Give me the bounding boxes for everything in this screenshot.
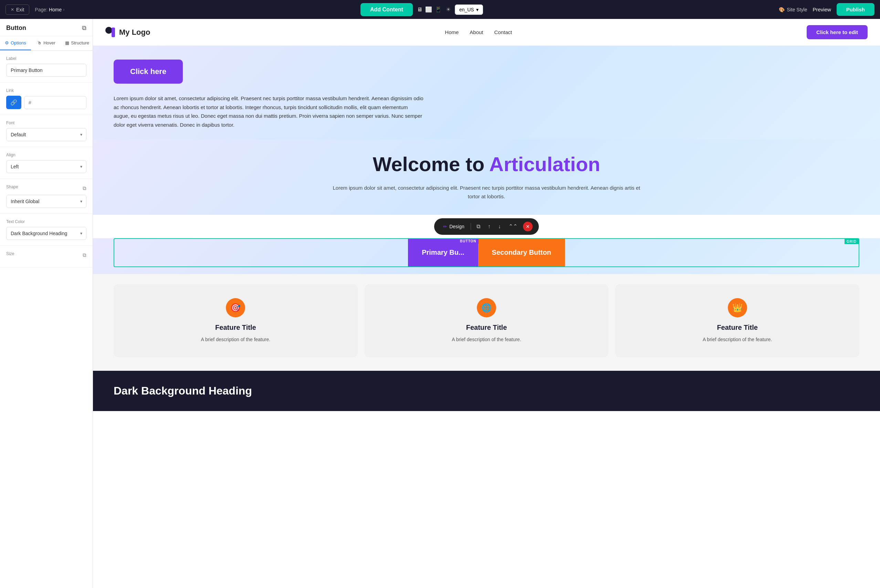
sidebar-title: Button: [6, 24, 26, 32]
link-row: 🔗: [6, 96, 86, 109]
font-section-title: Font: [6, 120, 86, 125]
logo-icon: [105, 27, 116, 38]
top-bar-right: 🎨 Site Style Preview Publish: [779, 3, 874, 16]
feature-desc-1: A brief description of the feature.: [124, 336, 347, 343]
sidebar: Button ⧉ ⚙ Options 🖱 Hover ▦ Structure L…: [0, 19, 93, 588]
primary-button-col[interactable]: Primary Bu... BUTTON: [408, 239, 478, 267]
size-section-header: Size ⧉: [6, 251, 86, 259]
sidebar-header: Button ⧉: [0, 19, 93, 36]
secondary-button-col[interactable]: Secondary Button: [478, 239, 565, 267]
copy-button[interactable]: ⧉: [474, 222, 482, 231]
logo-circle: [105, 27, 112, 34]
language-selector[interactable]: en_US ▾: [455, 4, 483, 15]
preview-button[interactable]: Preview: [813, 6, 831, 12]
welcome-heading-part2: Articulation: [489, 153, 600, 175]
add-content-button[interactable]: Add Content: [360, 3, 413, 16]
link-section-title: Link: [6, 88, 86, 93]
align-section-title: Align: [6, 153, 86, 158]
size-section: Size ⧉: [0, 246, 93, 267]
publish-button[interactable]: Publish: [837, 3, 874, 16]
align-select-wrapper: Left Center Right ▾: [6, 160, 86, 173]
hover-icon: 🖱: [37, 40, 42, 45]
font-section: Font Default System Custom ▾: [0, 115, 93, 147]
feature-card-1: 🎯 Feature Title A brief description of t…: [114, 284, 358, 357]
move-down-button[interactable]: ↓: [496, 222, 503, 231]
floating-toolbar-container: ✏ Design ⧉ ↑ ↓ ⌃⌃ ✕: [93, 218, 880, 235]
site-nav-links: Home About Contact: [445, 29, 512, 35]
site-nav: My Logo Home About Contact Click here to…: [93, 19, 880, 46]
floating-toolbar: ✏ Design ⧉ ↑ ↓ ⌃⌃ ✕: [434, 218, 539, 235]
grid-badge: GRID: [844, 239, 859, 244]
top-bar-center: Add Content 🖥 ⬜ 📱 ☀ en_US ▾: [69, 3, 775, 16]
exit-button[interactable]: ✕ Exit: [6, 4, 29, 15]
feature-title-3: Feature Title: [625, 324, 849, 332]
secondary-button-text: Secondary Button: [492, 249, 551, 256]
align-select[interactable]: Left Center Right: [6, 160, 86, 173]
feature-title-2: Feature Title: [375, 324, 598, 332]
text-color-select[interactable]: Dark Background Heading Light Dark Custo…: [6, 227, 86, 240]
buttons-row-container: Primary Bu... BUTTON Secondary Button GR…: [93, 238, 880, 274]
feature-card-3: 👑 Feature Title A brief description of t…: [615, 284, 859, 357]
page-name: Home: [49, 7, 61, 12]
welcome-section: Welcome to Articulation Lorem ipsum dolo…: [93, 140, 880, 215]
design-button[interactable]: ✏ Design: [440, 222, 467, 231]
delete-button[interactable]: ✕: [523, 222, 533, 231]
hero-section: Click here Lorem ipsum dolor sit amet, c…: [93, 46, 880, 140]
text-color-section: Text Color Dark Background Heading Light…: [0, 214, 93, 246]
size-copy-button[interactable]: ⧉: [82, 252, 86, 258]
button-left-spacer: [114, 239, 408, 267]
hero-cta-button[interactable]: Click here: [114, 60, 183, 84]
lang-value: en_US: [459, 7, 474, 12]
exit-label: Exit: [16, 7, 24, 12]
tab-structure-label: Structure: [71, 40, 89, 45]
buttons-row: Primary Bu... BUTTON Secondary Button GR…: [114, 238, 859, 267]
collapse-button[interactable]: ⌃⌃: [507, 222, 520, 231]
pencil-icon: ✏: [443, 224, 447, 229]
x-icon: ✕: [10, 7, 14, 12]
device-icons: 🖥 ⬜ 📱: [417, 6, 442, 13]
site-style-label: Site Style: [787, 7, 807, 12]
shape-copy-button[interactable]: ⧉: [82, 185, 86, 191]
nav-link-contact[interactable]: Contact: [495, 29, 512, 35]
tab-options[interactable]: ⚙ Options: [0, 36, 31, 50]
feature-desc-3: A brief description of the feature.: [625, 336, 849, 343]
top-bar-left: ✕ Exit Page: Home ›: [6, 4, 64, 15]
feature-desc-2: A brief description of the feature.: [375, 336, 598, 343]
logo-rect: [112, 27, 115, 37]
logo-text: My Logo: [119, 28, 150, 37]
tab-options-label: Options: [10, 40, 26, 45]
sidebar-expand-button[interactable]: ⧉: [82, 24, 86, 32]
welcome-heading-part1: Welcome to: [373, 153, 489, 175]
site-edit-button[interactable]: Click here to edit: [807, 25, 868, 39]
tab-structure[interactable]: ▦ Structure: [61, 36, 93, 50]
label-input[interactable]: [6, 64, 86, 77]
tablet-icon[interactable]: ⬜: [425, 6, 432, 13]
nav-link-about[interactable]: About: [469, 29, 483, 35]
link-input[interactable]: [24, 96, 86, 109]
shape-select[interactable]: Inherit Global Rounded Square Pill: [6, 195, 86, 208]
text-color-section-title: Text Color: [6, 219, 86, 224]
size-section-title: Size: [6, 251, 14, 256]
link-icon-button[interactable]: 🔗: [6, 96, 21, 109]
main-layout: Button ⧉ ⚙ Options 🖱 Hover ▦ Structure L…: [0, 19, 880, 588]
top-bar: ✕ Exit Page: Home › Add Content 🖥 ⬜ 📱 ☀ …: [0, 0, 880, 19]
design-label: Design: [449, 224, 465, 229]
features-section: 🎯 Feature Title A brief description of t…: [93, 274, 880, 371]
move-up-button[interactable]: ↑: [486, 222, 493, 231]
feature-icon-3: 👑: [728, 298, 747, 317]
tab-hover[interactable]: 🖱 Hover: [31, 36, 62, 50]
mobile-icon[interactable]: 📱: [435, 6, 442, 13]
shape-select-wrapper: Inherit Global Rounded Square Pill ▾: [6, 195, 86, 208]
link-section: Link 🔗: [0, 82, 93, 115]
welcome-subtext-text: Lorem ipsum dolor sit amet, consectetur …: [333, 185, 624, 191]
nav-link-home[interactable]: Home: [445, 29, 459, 35]
button-right-spacer: GRID: [565, 239, 859, 267]
site-style-button[interactable]: 🎨 Site Style: [779, 7, 807, 12]
desktop-icon[interactable]: 🖥: [417, 6, 423, 13]
font-select[interactable]: Default System Custom: [6, 128, 86, 141]
site-preview: My Logo Home About Contact Click here to…: [93, 19, 880, 588]
chevron-down-icon: ▾: [476, 7, 478, 12]
theme-toggle-icon[interactable]: ☀: [446, 6, 451, 13]
font-select-wrapper: Default System Custom ▾: [6, 128, 86, 141]
palette-icon: 🎨: [779, 7, 785, 12]
